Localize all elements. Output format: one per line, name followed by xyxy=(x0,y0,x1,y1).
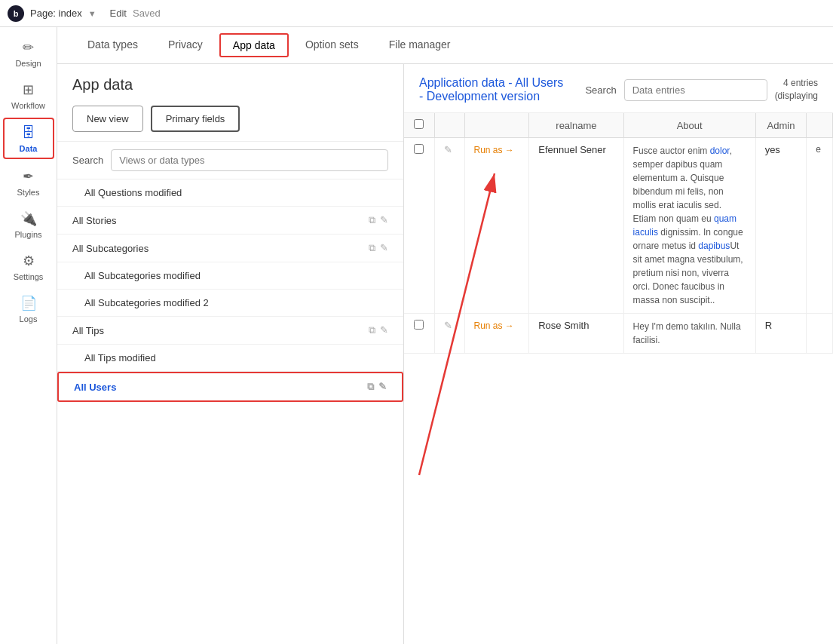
list-item-label: All Users xyxy=(74,382,116,393)
col-checkbox xyxy=(404,113,434,138)
copy-icon[interactable]: ⧉ xyxy=(369,242,375,254)
list-item-all-tips[interactable]: All Tips ⧉ ✎ xyxy=(57,317,403,345)
row-extra-cell xyxy=(807,314,833,354)
table-header-row: realname About Admin xyxy=(404,113,833,138)
list-item-label: All Tips modified xyxy=(84,352,156,363)
col-edit xyxy=(434,113,464,138)
list-item-icons: ⧉ ✎ xyxy=(369,324,388,336)
list-item-all-questions-modified[interactable]: All Questions modified xyxy=(57,179,403,207)
list-item-label: All Tips xyxy=(72,325,104,336)
sidebar-item-data[interactable]: 🗄 Data xyxy=(3,118,54,159)
row-run-as-cell[interactable]: Run as → xyxy=(464,138,529,314)
sidebar-item-workflow[interactable]: ⊞ Workflow xyxy=(3,75,54,115)
workflow-icon: ⊞ xyxy=(23,81,34,98)
page-title: Page: index xyxy=(30,8,82,19)
sidebar-item-label-design: Design xyxy=(15,59,41,68)
row-about-cell: Fusce auctor enim dolor, semper dapibus … xyxy=(623,138,755,314)
tab-file-manager[interactable]: File manager xyxy=(374,28,466,63)
about-link[interactable]: dolor xyxy=(710,146,730,156)
sidebar-item-design[interactable]: ✏ Design xyxy=(3,33,54,72)
sidebar-item-label-logs: Logs xyxy=(20,314,38,324)
row-admin-cell: R xyxy=(755,314,807,354)
row-edit-icon[interactable]: ✎ xyxy=(444,320,452,331)
left-panel-header: App data New view Primary fields xyxy=(57,64,403,142)
list-item-label: All Stories xyxy=(72,215,117,226)
list-item-all-stories[interactable]: All Stories ⧉ ✎ xyxy=(57,207,403,235)
left-search-label: Search xyxy=(72,155,103,166)
tab-option-sets[interactable]: Option sets xyxy=(290,28,374,63)
table-row: ✎ Run as → Efennuel Sener Fusce auctor e… xyxy=(404,138,833,314)
page-dropdown-arrow[interactable]: ▼ xyxy=(88,9,96,18)
row-edit-cell[interactable]: ✎ xyxy=(434,138,464,314)
list-item-icons: ⧉ ✎ xyxy=(369,242,388,254)
row-run-as-cell[interactable]: Run as → xyxy=(464,314,529,354)
about-link[interactable]: dapibus xyxy=(698,241,730,251)
copy-icon[interactable]: ⧉ xyxy=(369,214,375,226)
col-admin: Admin xyxy=(755,113,807,138)
row-checkbox-cell[interactable] xyxy=(404,138,434,314)
left-search-bar: Search xyxy=(57,142,403,179)
col-about: About xyxy=(623,113,755,138)
list-item-label: All Subcategories modified 2 xyxy=(84,297,209,308)
data-icon: 🗄 xyxy=(22,125,35,141)
copy-icon[interactable]: ⧉ xyxy=(367,381,374,393)
sidebar-item-plugins[interactable]: 🔌 Plugins xyxy=(3,204,54,244)
row-checkbox[interactable] xyxy=(414,144,424,154)
left-panel: App data New view Primary fields Search … xyxy=(57,64,404,644)
design-icon: ✏ xyxy=(23,39,34,56)
logs-icon: 📄 xyxy=(20,295,37,311)
row-extra-cell: e xyxy=(807,138,833,314)
list-item-all-subcategories-modified-2[interactable]: All Subcategories modified 2 xyxy=(57,290,403,317)
copy-icon[interactable]: ⧉ xyxy=(369,324,375,336)
data-type-list: All Questions modified All Stories ⧉ ✎ A… xyxy=(57,179,403,644)
row-realname-cell: Rose Smith xyxy=(529,314,623,354)
row-edit-icon[interactable]: ✎ xyxy=(444,144,452,155)
edit-label: Edit xyxy=(110,8,127,19)
row-edit-cell[interactable]: ✎ xyxy=(434,314,464,354)
main-layout: ✏ Design ⊞ Workflow 🗄 Data ✒ Styles 🔌 Pl… xyxy=(0,27,833,644)
right-panel-title: Application data - All Users - Developme… xyxy=(419,76,570,103)
tab-data-types[interactable]: Data types xyxy=(72,28,153,63)
list-item-icons: ⧉ ✎ xyxy=(367,381,387,393)
table-row: ✎ Run as → Rose Smith Hey I'm demo takıl… xyxy=(404,314,833,354)
edit-icon[interactable]: ✎ xyxy=(380,214,388,226)
sidebar-item-label-styles: Styles xyxy=(17,188,40,197)
run-as-link[interactable]: Run as → xyxy=(474,320,514,331)
list-item-all-users[interactable]: All Users ⧉ ✎ xyxy=(57,372,403,402)
list-item-all-subcategories-modified[interactable]: All Subcategories modified xyxy=(57,262,403,290)
list-item-icons: ⧉ ✎ xyxy=(369,214,388,226)
run-as-link[interactable]: Run as → xyxy=(474,145,514,155)
row-realname-cell: Efennuel Sener xyxy=(529,138,623,314)
primary-fields-button[interactable]: Primary fields xyxy=(151,106,240,132)
new-view-button[interactable]: New view xyxy=(72,106,143,132)
styles-icon: ✒ xyxy=(23,168,34,185)
top-bar: b Page: index ▼ Edit Saved xyxy=(0,0,833,27)
settings-icon: ⚙ xyxy=(23,253,35,269)
tab-app-data[interactable]: App data xyxy=(219,33,289,57)
content-area: App data New view Primary fields Search … xyxy=(57,64,833,644)
col-realname: realname xyxy=(529,113,623,138)
saved-label: Saved xyxy=(133,8,161,19)
plugins-icon: 🔌 xyxy=(20,210,37,227)
row-about-cell: Hey I'm demo takılın. Nulla facilisi. xyxy=(623,314,755,354)
left-search-input[interactable] xyxy=(111,149,388,171)
about-link[interactable]: quam iaculis xyxy=(633,213,737,238)
col-extra xyxy=(807,113,833,138)
select-all-checkbox[interactable] xyxy=(414,119,424,129)
row-checkbox-cell[interactable] xyxy=(404,314,434,354)
sidebar-item-settings[interactable]: ⚙ Settings xyxy=(3,247,54,286)
tab-privacy[interactable]: Privacy xyxy=(153,28,218,63)
right-search-input[interactable] xyxy=(624,79,767,101)
sidebar-item-label-plugins: Plugins xyxy=(14,230,41,239)
sidebar-item-label-data: Data xyxy=(20,144,38,153)
row-checkbox[interactable] xyxy=(414,320,424,330)
list-item-all-tips-modified[interactable]: All Tips modified xyxy=(57,345,403,372)
list-item-label: All Subcategories modified xyxy=(84,270,201,281)
list-item-all-subcategories[interactable]: All Subcategories ⧉ ✎ xyxy=(57,235,403,262)
sidebar-item-styles[interactable]: ✒ Styles xyxy=(3,162,54,201)
edit-icon[interactable]: ✎ xyxy=(378,381,387,393)
edit-icon[interactable]: ✎ xyxy=(380,242,388,254)
right-search-area: Search 4 entries(displaying xyxy=(585,77,818,103)
edit-icon[interactable]: ✎ xyxy=(380,324,388,336)
sidebar-item-logs[interactable]: 📄 Logs xyxy=(3,289,54,328)
